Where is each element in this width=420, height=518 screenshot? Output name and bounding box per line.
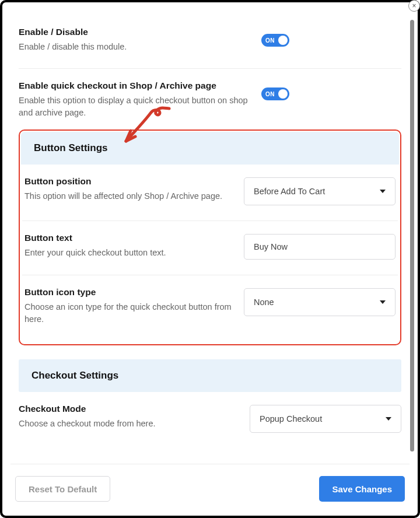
modal-frame: × Enable / Disable Enable / disable this… bbox=[0, 0, 420, 518]
section-title: Checkout Settings bbox=[32, 370, 388, 382]
setting-row-button-position: Button position This option will be affe… bbox=[22, 164, 398, 221]
setting-label: Enable / Disable Enable / disable this m… bbox=[19, 27, 250, 53]
setting-label: Checkout Mode Choose a checkout mode fro… bbox=[19, 404, 238, 430]
setting-label: Button text Enter your quick checkout bu… bbox=[24, 233, 232, 259]
settings-content: Enable / Disable Enable / disable this m… bbox=[10, 9, 410, 448]
setting-label: Enable quick checkout in Shop / Archive … bbox=[19, 80, 250, 119]
scroll-region: Enable / Disable Enable / disable this m… bbox=[10, 9, 410, 457]
chevron-down-icon bbox=[386, 417, 391, 421]
setting-label: Button position This option will be affe… bbox=[24, 176, 232, 202]
setting-desc: Enter your quick checkout button text. bbox=[24, 247, 232, 259]
reset-button[interactable]: Reset To Default bbox=[15, 476, 110, 502]
setting-control: None bbox=[244, 287, 396, 316]
footer: Reset To Default Save Changes bbox=[10, 464, 410, 508]
setting-title: Button icon type bbox=[24, 287, 232, 298]
select-value: None bbox=[254, 298, 274, 307]
setting-control: Before Add To Cart bbox=[244, 176, 396, 205]
close-button[interactable]: × bbox=[408, 0, 420, 12]
setting-control: ON bbox=[261, 27, 401, 47]
scrollbar[interactable] bbox=[410, 20, 414, 452]
button-position-select[interactable]: Before Add To Cart bbox=[244, 177, 396, 205]
button-icon-select[interactable]: None bbox=[244, 288, 396, 316]
setting-title: Enable / Disable bbox=[19, 27, 250, 37]
toggle-knob bbox=[278, 36, 288, 45]
setting-row-enable: Enable / Disable Enable / disable this m… bbox=[19, 15, 401, 69]
setting-control: Popup Checkout bbox=[250, 404, 401, 433]
quick-checkout-toggle[interactable]: ON bbox=[261, 88, 289, 100]
setting-desc: Choose a checkout mode from here. bbox=[19, 418, 238, 430]
setting-title: Button position bbox=[24, 176, 232, 187]
close-icon: × bbox=[412, 2, 416, 10]
setting-desc: This option will be affected only Shop /… bbox=[24, 190, 232, 202]
setting-row-button-text: Button text Enter your quick checkout bu… bbox=[22, 221, 398, 275]
setting-desc: Choose an icon type for the quick checko… bbox=[24, 301, 232, 326]
button-text-input[interactable] bbox=[244, 234, 396, 260]
setting-title: Checkout Mode bbox=[19, 404, 238, 414]
save-button[interactable]: Save Changes bbox=[319, 476, 405, 502]
section-header-checkout-settings: Checkout Settings bbox=[19, 359, 401, 392]
section-header-button-settings: Button Settings bbox=[21, 132, 399, 164]
section-title: Button Settings bbox=[34, 142, 386, 154]
setting-title: Button text bbox=[24, 233, 232, 243]
setting-row-button-icon: Button icon type Choose an icon type for… bbox=[22, 275, 398, 341]
setting-title: Enable quick checkout in Shop / Archive … bbox=[19, 80, 250, 91]
setting-row-quick-checkout: Enable quick checkout in Shop / Archive … bbox=[19, 69, 401, 130]
setting-row-checkout-mode: Checkout Mode Choose a checkout mode fro… bbox=[19, 392, 401, 448]
checkout-mode-select[interactable]: Popup Checkout bbox=[250, 405, 401, 433]
setting-control bbox=[244, 233, 396, 260]
setting-desc: Enable this option to display a quick ch… bbox=[19, 94, 250, 119]
toggle-label: ON bbox=[265, 91, 275, 97]
chevron-down-icon bbox=[380, 190, 386, 193]
enable-toggle[interactable]: ON bbox=[261, 34, 289, 47]
setting-label: Button icon type Choose an icon type for… bbox=[24, 287, 232, 326]
setting-control: ON bbox=[261, 80, 401, 100]
button-settings-highlight: Button Settings Button position This opt… bbox=[19, 130, 401, 345]
button-label: Reset To Default bbox=[29, 484, 97, 494]
chevron-down-icon bbox=[380, 300, 386, 304]
toggle-label: ON bbox=[265, 37, 275, 44]
toggle-knob bbox=[278, 89, 288, 99]
select-value: Popup Checkout bbox=[260, 414, 322, 424]
select-value: Before Add To Cart bbox=[254, 187, 325, 196]
button-label: Save Changes bbox=[332, 484, 392, 494]
setting-desc: Enable / disable this module. bbox=[19, 41, 250, 53]
